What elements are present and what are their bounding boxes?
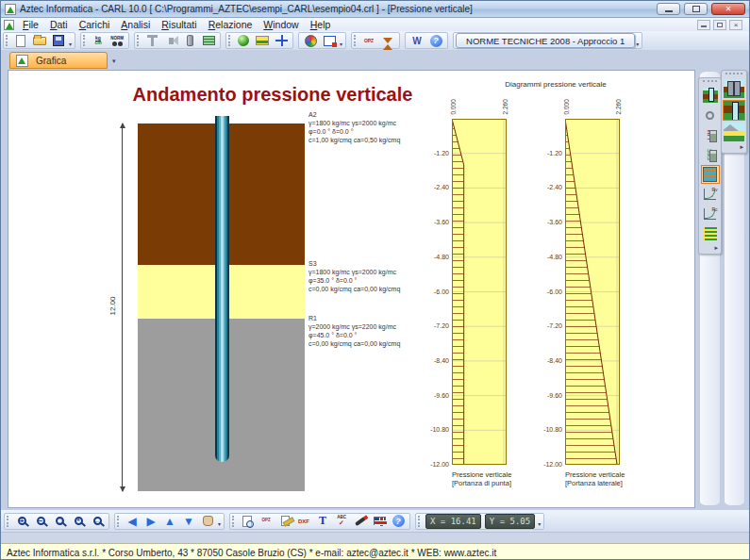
menu-item-dati[interactable]: Dati	[44, 18, 74, 31]
load-data-icon[interactable]	[161, 33, 180, 48]
zoom-out-icon[interactable]: −	[31, 514, 50, 529]
single-pile-icon[interactable]	[723, 100, 745, 121]
analysis-wheel-icon[interactable]	[301, 33, 320, 48]
help-icon[interactable]: ?	[426, 33, 445, 48]
tab-overflow-chevron[interactable]: ▾	[112, 58, 116, 65]
word-export-icon[interactable]: W	[408, 33, 426, 48]
new-window-icon[interactable]	[320, 33, 339, 48]
dimension-line	[122, 124, 123, 491]
grafica-logo-icon	[16, 55, 28, 67]
status-bar: Aztec Informatica s.r.l. * Corso Umberto…	[1, 543, 749, 560]
lim-results-icon[interactable]: LIM	[701, 125, 720, 144]
menu-item-help[interactable]: Help	[305, 18, 337, 31]
model-group	[225, 32, 293, 49]
pressure-tick-label: 0.000	[450, 94, 457, 115]
menu-item-risultati[interactable]: Risultati	[156, 18, 202, 31]
new-file-icon[interactable]	[11, 33, 30, 48]
units-icon[interactable]: kgcm	[89, 33, 108, 48]
pressure-diagram-svg	[565, 119, 620, 465]
pan-down-icon[interactable]: ▼	[179, 514, 198, 529]
pressure-diagram-icon[interactable]	[701, 165, 720, 184]
zoom-in-icon[interactable]: +	[12, 514, 31, 529]
depth-tick-label: -9.60	[539, 392, 562, 399]
app-icon	[5, 4, 16, 15]
zoom-all-icon[interactable]: *	[69, 514, 88, 529]
language-flag-icon[interactable]	[370, 514, 389, 529]
save-file-icon[interactable]	[49, 33, 68, 48]
curve-rc-icon[interactable]: Rc	[701, 205, 720, 223]
minimize-button[interactable]	[657, 3, 680, 15]
spell-check-icon[interactable]: ABC✓	[332, 514, 351, 529]
tab-grafica[interactable]: Grafica	[9, 52, 108, 69]
plinth-piles-icon[interactable]	[723, 78, 745, 99]
help-circle-icon[interactable]: ?	[389, 514, 408, 529]
soil-sphere-icon[interactable]	[234, 33, 253, 48]
pan-hand-icon[interactable]	[198, 514, 217, 529]
status-text: Aztec Informatica s.r.l. * Corso Umberto…	[7, 548, 496, 558]
pan-left-icon[interactable]: ◀	[123, 514, 142, 529]
options-icon[interactable]: OPZ	[359, 33, 378, 48]
depth-tick-label: -9.60	[425, 392, 449, 399]
depth-tick-label: -6.00	[539, 288, 562, 295]
diagram-caption-1: Pressione verticale [Portanza di punta]	[452, 470, 565, 487]
pile-data-icon[interactable]	[142, 33, 161, 48]
stratigraphy-grid-icon[interactable]	[199, 33, 218, 48]
file-group	[3, 32, 75, 49]
menu-item-window[interactable]: Window	[258, 18, 304, 31]
toolbar-overflow-chevron[interactable]: ▸	[700, 244, 720, 253]
ese-results-icon[interactable]: ESE	[701, 145, 720, 164]
load-chart-icon[interactable]	[701, 224, 720, 243]
dxf-export-icon[interactable]: DXF	[294, 514, 313, 529]
pan-right-icon[interactable]: ▶	[142, 514, 160, 529]
zoom-window-icon[interactable]: □	[50, 514, 69, 529]
menu-item-file[interactable]: File	[17, 18, 44, 31]
pile-view-icon[interactable]	[701, 86, 720, 105]
depth-tick-label: -3.60	[425, 219, 449, 225]
maximize-button[interactable]	[684, 3, 708, 15]
client-area: Andamento pressione verticale 12.00 A2 γ…	[1, 69, 749, 510]
menu-item-relazione[interactable]: Relazione	[203, 18, 258, 31]
soil-note-A2: A2 γ=1800 kg/mc γs=2000 kg/mc φ=0.0 ° δ=…	[308, 110, 400, 144]
diagram-caption-2: Pressione verticale [Portanza laterale]	[565, 470, 678, 487]
pan-up-icon[interactable]: ▲	[160, 514, 179, 529]
section-circle-icon[interactable]	[701, 106, 720, 124]
mdi-minimize-button[interactable]	[697, 20, 710, 30]
depth-tick-label: -3.60	[539, 219, 562, 225]
text-tool-icon[interactable]: T	[313, 514, 332, 529]
draw-options-icon[interactable]: OPZ	[257, 514, 275, 529]
toolbar-grip[interactable]	[725, 73, 742, 76]
layers-icon[interactable]	[253, 33, 272, 48]
embankment-icon[interactable]	[723, 122, 745, 142]
section-cross-icon[interactable]	[272, 33, 291, 48]
hourglass-icon[interactable]	[378, 33, 397, 48]
curve-rv-icon[interactable]: Rv	[701, 185, 720, 204]
toolbar-grip[interactable]	[703, 80, 717, 84]
units-group: kgcm NORM	[80, 32, 129, 49]
models-side-toolbar: ▸	[721, 70, 747, 154]
mdi-controls: ×	[697, 20, 746, 30]
print-preview-icon[interactable]	[238, 514, 257, 529]
depth-tick-label: -8.40	[539, 357, 562, 364]
menu-item-analisi[interactable]: Analisi	[115, 18, 156, 31]
color-brush-icon[interactable]	[351, 514, 370, 529]
column-data-icon[interactable]	[180, 33, 199, 48]
depth-tick-label: -2.40	[425, 184, 449, 190]
depth-tick-label: -2.40	[539, 184, 562, 190]
mdi-close-button[interactable]: ×	[729, 20, 742, 30]
close-button[interactable]: ✕	[711, 3, 745, 15]
open-file-icon[interactable]	[30, 33, 49, 48]
drawing-title: Andamento pressione verticale	[46, 84, 499, 106]
norme-group: NORME TECNICHE 2008 - Approccio 1	[453, 32, 642, 49]
depth-tick-label: -1.20	[425, 150, 449, 156]
depth-tick-label: -7.20	[539, 322, 562, 329]
mdi-restore-button[interactable]	[713, 20, 726, 30]
toolbar-overflow-chevron[interactable]: ▸	[723, 143, 745, 152]
edit-drawing-icon[interactable]	[275, 514, 294, 529]
pan-group: ◀ ▶ ▲ ▼	[114, 513, 225, 530]
zoom-group: + − □ * ←	[4, 513, 109, 530]
menu-item-carichi[interactable]: Carichi	[74, 18, 116, 31]
norme-dropdown[interactable]: NORME TECNICHE 2008 - Approccio 1	[456, 33, 635, 48]
norm-search-icon[interactable]: NORM	[108, 33, 126, 48]
menu-bar: File Dati Carichi Analisi Risultati Rela…	[1, 18, 749, 31]
zoom-previous-icon[interactable]: ←	[88, 514, 107, 529]
